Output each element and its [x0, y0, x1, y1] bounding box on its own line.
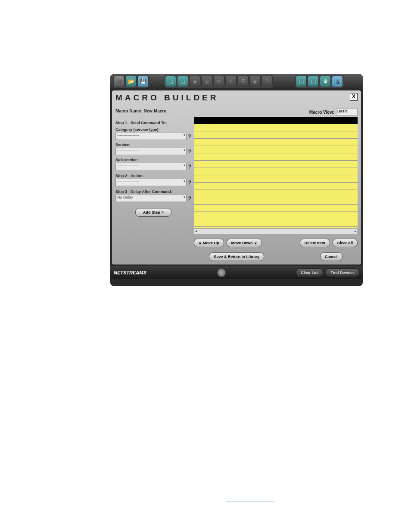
- subservice-help-icon[interactable]: ?: [188, 164, 191, 170]
- back-icon[interactable]: ◁: [113, 76, 125, 87]
- globe-icon[interactable]: [217, 268, 226, 277]
- close-button[interactable]: X: [350, 93, 358, 101]
- clear-list-button[interactable]: Clear List: [296, 268, 323, 277]
- list-item[interactable]: [194, 219, 358, 227]
- category-help-icon[interactable]: ?: [188, 134, 191, 140]
- save-return-button[interactable]: Save & Return to Library: [209, 252, 264, 261]
- list-item[interactable]: [194, 161, 358, 168]
- subservice-label: Sub-service:: [115, 158, 191, 162]
- step3-label: Step 3 - Delay After Command:: [115, 190, 191, 194]
- horizontal-scrollbar[interactable]: ◂ ▸: [194, 228, 358, 234]
- footer-link-underline: [226, 501, 275, 501]
- list-item[interactable]: [194, 205, 358, 212]
- tool-icon-2[interactable]: ⬚: [177, 76, 188, 87]
- macro-builder-panel: MACRO BUILDER X Macro Name: New Macro Ma…: [112, 90, 361, 264]
- service-label: Service:: [115, 143, 191, 147]
- header-divider: [34, 20, 383, 20]
- find-devices-button[interactable]: Find Devices: [326, 268, 359, 277]
- move-up-label: Move Up: [203, 241, 219, 245]
- macro-name-label: Macro Name: New Macro: [115, 109, 166, 115]
- scroll-right-icon[interactable]: ▸: [355, 229, 356, 233]
- category-label: Category (service type):: [115, 128, 191, 132]
- list-item[interactable]: [194, 212, 358, 219]
- macro-view-label: Macro View:: [309, 110, 334, 115]
- sys-icon-2[interactable]: ⬚: [308, 76, 319, 87]
- status-bar: NETSTREAMS Clear List Find Devices: [110, 266, 363, 279]
- service-select[interactable]: -----------------: [115, 148, 187, 155]
- open-icon[interactable]: 📂: [125, 76, 137, 87]
- list-item[interactable]: [194, 168, 358, 175]
- scroll-left-icon[interactable]: ◂: [195, 229, 197, 233]
- toolbar-group-file: ◁ 📂 💾: [112, 75, 149, 88]
- tool-icon-4[interactable]: ◎: [201, 76, 212, 87]
- service-help-icon[interactable]: ?: [188, 149, 191, 155]
- action-select[interactable]: -----------------: [115, 179, 187, 186]
- step2-label: Step 2 - Action:: [115, 174, 191, 178]
- list-item[interactable]: [194, 183, 358, 190]
- help-icon[interactable]: ?: [262, 76, 273, 87]
- category-select[interactable]: -----------------: [115, 133, 187, 140]
- delay-select[interactable]: No Delay: [115, 195, 187, 202]
- cancel-button[interactable]: Cancel: [320, 252, 342, 261]
- add-step-label: Add Step: [143, 210, 160, 215]
- list-item[interactable]: [194, 190, 358, 197]
- move-up-button[interactable]: ∧ Move Up: [194, 239, 224, 247]
- add-step-button[interactable]: Add Step >: [135, 208, 171, 217]
- delete-item-button[interactable]: Delete Item: [300, 239, 330, 247]
- list-item[interactable]: [194, 139, 358, 146]
- list-item[interactable]: [194, 146, 358, 153]
- sys-icon-1[interactable]: ⬚: [296, 76, 307, 87]
- steps-grid[interactable]: [194, 117, 358, 228]
- list-item[interactable]: [194, 153, 358, 161]
- panel-title: MACRO BUILDER: [115, 93, 219, 103]
- clear-all-button[interactable]: Clear All: [333, 239, 358, 247]
- subservice-select[interactable]: -----------------: [115, 163, 187, 170]
- chevron-down-icon: ∨: [254, 241, 257, 245]
- move-down-button[interactable]: Move Down ∨: [227, 239, 262, 247]
- macro-view-select[interactable]: Basic: [336, 109, 358, 115]
- move-down-label: Move Down: [231, 241, 253, 245]
- macro-steps-list: ◂ ▸ ∧ Move Up Move Down ∨: [194, 117, 358, 261]
- tool-icon-6[interactable]: ✎: [225, 76, 237, 87]
- app-window: ◁ 📂 💾 ⬚ ⬚ ◉ ◎ ⟳ ✎ IR ◉ ? ⬚ ⬚ ⚙ ◮ MACRO B…: [110, 74, 363, 286]
- toolbar-group-tools: ⬚ ⬚ ◉ ◎ ⟳ ✎ IR ◉ ?: [164, 75, 274, 88]
- steps-grid-header: [194, 117, 358, 124]
- ir-icon[interactable]: IR: [237, 76, 249, 87]
- delay-help-icon[interactable]: ?: [188, 196, 191, 202]
- tool-icon-7[interactable]: ◉: [249, 76, 261, 87]
- step-config-column: Step 1 - Send Command To: Category (serv…: [115, 117, 191, 261]
- chevron-up-icon: ∧: [199, 241, 202, 245]
- tool-icon-1[interactable]: ⬚: [165, 76, 176, 87]
- main-toolbar: ◁ 📂 💾 ⬚ ⬚ ◉ ◎ ⟳ ✎ IR ◉ ? ⬚ ⬚ ⚙ ◮: [110, 74, 363, 89]
- list-item[interactable]: [194, 131, 358, 139]
- brand-logo: NETSTREAMS: [114, 270, 146, 275]
- list-item[interactable]: [194, 124, 358, 131]
- action-help-icon[interactable]: ?: [188, 180, 191, 186]
- sys-icon-3[interactable]: ⚙: [320, 76, 331, 87]
- list-item[interactable]: [194, 175, 358, 183]
- chevron-right-icon: >: [162, 210, 164, 215]
- sys-icon-4[interactable]: ◮: [332, 76, 343, 87]
- step1-label: Step 1 - Send Command To:: [115, 121, 191, 125]
- list-item[interactable]: [194, 197, 358, 205]
- toolbar-group-system: ⬚ ⬚ ⚙ ◮: [295, 75, 344, 88]
- save-icon[interactable]: 💾: [137, 76, 149, 87]
- tool-icon-5[interactable]: ⟳: [213, 76, 224, 87]
- tool-icon-3[interactable]: ◉: [189, 76, 200, 87]
